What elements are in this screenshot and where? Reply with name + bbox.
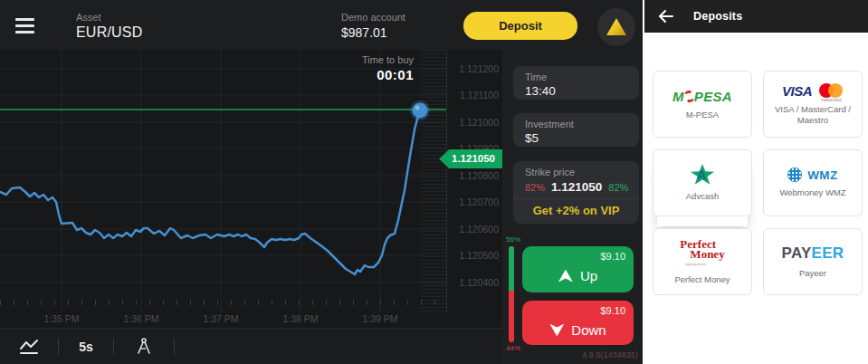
toolbar-divider <box>174 339 175 355</box>
chart-canvas <box>0 50 446 312</box>
screen: Asset EUR/USD Demo account $987.01 Depos… <box>0 0 868 364</box>
price-tick-label: 1.120700 <box>459 196 499 207</box>
account-selector[interactable]: Demo account $987.01 <box>341 12 405 41</box>
payment-method-visa-mastercard[interactable]: VISA mastercard VISA / MasterCard / Maes… <box>763 71 863 138</box>
time-axis-ticks <box>0 300 446 305</box>
time-value: 13:40 <box>525 84 627 98</box>
time-tick-label: 1:37 PM <box>189 313 253 324</box>
phone-icon <box>684 90 693 102</box>
payeer-logo: PAYEER <box>782 244 844 263</box>
up-button[interactable]: $9.10 Up <box>522 246 634 292</box>
perfect-money-logo: Perfect Money just perfect <box>680 239 724 269</box>
strike-left-percent: 82% <box>525 182 545 193</box>
trade-panel: Time 13:40 Investment $5 Strike price 82… <box>502 50 643 364</box>
deposits-title: Deposits <box>693 10 742 23</box>
method-caption: Payeer <box>799 268 826 279</box>
price-tick-label: 1.121000 <box>459 117 499 128</box>
visa-logo: VISA <box>782 83 812 99</box>
mastercard-wordmark: mastercard <box>821 98 842 102</box>
mpesa-logo-m: M <box>672 89 684 104</box>
mpesa-logo-pesa: PESA <box>694 89 732 104</box>
menu-icon[interactable] <box>15 18 34 34</box>
method-caption: Perfect Money <box>674 274 730 285</box>
chart-toolbar: 5s <box>0 328 502 364</box>
mastercard-orange-circle <box>828 83 843 98</box>
top-bar: Asset EUR/USD Demo account $987.01 Depos… <box>0 0 643 50</box>
time-tick-label: 1:38 PM <box>269 313 332 324</box>
deposits-app: Deposits M PESA M-PESA VISA mastercard <box>644 0 868 364</box>
strike-price-card: Strike price 82% 1.121050 82% Get +2% on… <box>513 161 639 224</box>
strike-value: 1.121050 <box>551 180 602 194</box>
asset-value: EUR/USD <box>76 24 142 42</box>
strike-label: Strike price <box>525 167 627 178</box>
current-price-tag: 1.121050 <box>439 149 502 168</box>
deposit-button[interactable]: Deposit <box>463 12 577 40</box>
caption-line1: VISA / MasterCard / <box>775 104 851 114</box>
price-tick-label: 1.121200 <box>459 63 499 74</box>
down-button[interactable]: $9.10 Down <box>522 301 634 345</box>
chart-type-button[interactable] <box>0 337 58 357</box>
mpesa-logo: M PESA <box>672 89 732 104</box>
asset-selector[interactable]: Asset EUR/USD <box>76 12 142 42</box>
arrow-up-icon <box>558 270 573 283</box>
payment-method-webmoney[interactable]: WMZ Webmoney WMZ <box>763 149 863 216</box>
account-label: Demo account <box>341 12 405 24</box>
arrow-down-icon <box>549 324 564 337</box>
webmoney-logo: WMZ <box>787 168 838 182</box>
countdown: Time to buy 00:01 <box>272 54 414 82</box>
price-tick-label: 1.120400 <box>459 277 499 288</box>
pm-line2: Money <box>690 249 724 259</box>
up-payout: $9.10 <box>600 251 625 262</box>
method-caption: Webmoney WMZ <box>779 187 845 198</box>
interval-button[interactable]: 5s <box>59 340 113 354</box>
time-tick-label: 1:39 PM <box>348 313 412 324</box>
wmz-text: WMZ <box>807 168 838 182</box>
vip-banner[interactable]: Get +2% on VIP <box>513 198 639 221</box>
payment-method-perfect-money[interactable]: Perfect Money just perfect Perfect Money <box>653 228 752 295</box>
payeer-pay: PAY <box>782 244 812 262</box>
price-chart: 1.1212001.1211001.1210001.1209001.120800… <box>0 50 502 328</box>
arrow-left-icon[interactable] <box>657 7 675 25</box>
advcash-logo: A <box>691 164 714 186</box>
mastercard-logo: mastercard <box>819 83 844 99</box>
line-chart-icon <box>17 337 41 357</box>
broker-logo[interactable] <box>597 8 635 46</box>
price-tick-label: 1.121100 <box>460 90 499 101</box>
time-tick-label: 1:35 PM <box>30 313 93 324</box>
sentiment-up-percent: 56% <box>506 235 520 244</box>
method-caption: M-PESA <box>686 110 719 120</box>
payment-method-advcash[interactable]: A Advcash <box>653 149 752 216</box>
up-label: Up <box>580 268 597 283</box>
price-tick-label: 1.120800 <box>459 170 499 181</box>
deposits-header: Deposits <box>644 0 868 33</box>
payeer-eer: EER <box>812 244 844 262</box>
countdown-value: 00:01 <box>272 67 414 82</box>
price-axis: 1.1212001.1211001.1210001.1209001.120800… <box>446 50 502 312</box>
payment-method-payeer[interactable]: PAYEER Payeer <box>763 228 863 295</box>
purchase-deadline-band <box>421 50 447 312</box>
expiry-time-card[interactable]: Time 13:40 <box>513 66 639 100</box>
drawing-tools-button[interactable] <box>114 337 174 357</box>
countdown-label: Time to buy <box>272 54 414 65</box>
app-version: 4.9.0(1434835) <box>582 350 638 359</box>
down-label: Down <box>571 322 606 338</box>
payment-method-mpesa[interactable]: M PESA M-PESA <box>653 71 752 138</box>
investment-label: Investment <box>525 119 627 130</box>
down-payout: $9.10 <box>600 305 625 316</box>
time-axis: 1:35 PM1:36 PM1:37 PM1:38 PM1:39 PM <box>0 313 446 328</box>
triangle-logo-icon <box>606 18 626 35</box>
caption-line2: Maestro <box>797 115 828 125</box>
sentiment-bar <box>509 246 514 342</box>
time-tick-label: 1:36 PM <box>110 313 173 324</box>
trading-app: Asset EUR/USD Demo account $987.01 Depos… <box>0 0 643 364</box>
visa-mastercard-logo: VISA mastercard <box>782 83 844 99</box>
price-tick-label: 1.120600 <box>459 224 499 235</box>
asset-label: Asset <box>76 12 142 24</box>
investment-card[interactable]: Investment $5 <box>513 113 639 147</box>
sentiment-down-percent: 44% <box>506 344 520 352</box>
compass-icon <box>134 337 154 357</box>
payment-methods-grid: M PESA M-PESA VISA mastercard VISA / Mas <box>653 71 863 295</box>
account-balance: $987.01 <box>341 24 405 41</box>
advcash-letter: A <box>697 168 706 182</box>
investment-value: $5 <box>525 131 627 145</box>
